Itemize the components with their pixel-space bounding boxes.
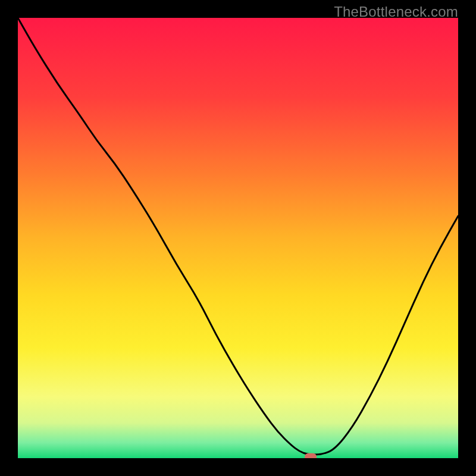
chart-frame: TheBottleneck.com (0, 0, 476, 476)
chart-svg (18, 18, 458, 458)
optimum-marker (305, 453, 317, 458)
plot-area (18, 18, 458, 458)
gradient-backdrop (18, 18, 458, 458)
